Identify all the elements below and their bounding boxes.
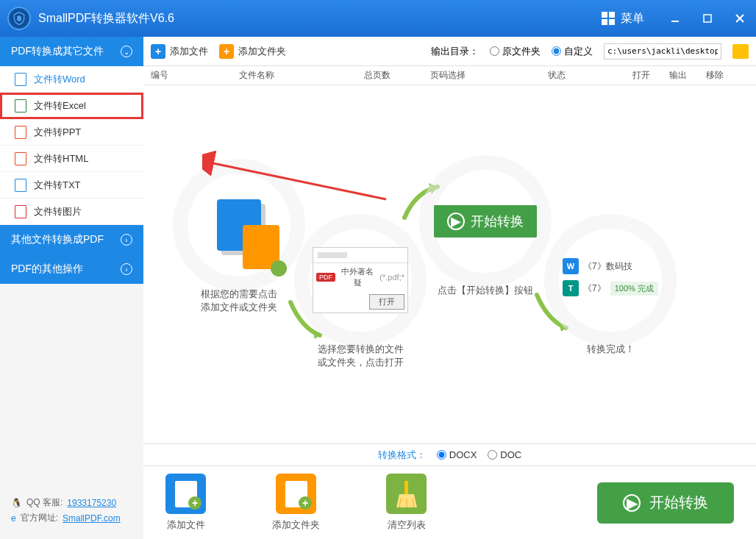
step-3-illustration: ▶开始转换 <box>434 170 537 273</box>
main-area: + 添加文件 + 添加文件夹 输出目录： 原文件夹 自定义 编号 文件名称 总页… <box>143 37 756 539</box>
menu-label: 菜单 <box>621 11 644 26</box>
add-folder-icon: + <box>276 474 316 514</box>
sidebar-item-txt[interactable]: 文件转TXT <box>0 172 143 199</box>
col-pages: 总页数 <box>364 69 430 82</box>
svg-rect-2 <box>704 15 711 22</box>
sidebar-item-label: 文件转HTML <box>34 152 88 165</box>
add-file-icon: + <box>165 474 206 514</box>
svg-line-5 <box>210 163 386 199</box>
step-1-caption: 根据您的需要点击 添加文件或文件夹 <box>188 288 290 314</box>
browse-folder-button[interactable] <box>732 44 749 59</box>
svg-rect-6 <box>404 481 408 494</box>
plus-file-icon: + <box>151 44 165 59</box>
dialog-open-button: 打开 <box>369 294 404 310</box>
bottom-clear-label: 清空列表 <box>388 518 426 532</box>
radio-docx[interactable]: DOCX <box>437 449 477 460</box>
file-ppt-icon <box>15 126 26 139</box>
sidebar-item-html[interactable]: 文件转HTML <box>0 146 143 172</box>
radio-original-folder[interactable]: 原文件夹 <box>490 45 541 58</box>
file-txt-icon <box>15 179 26 192</box>
format-bar: 转换格式： DOCX DOC <box>143 443 756 465</box>
add-folder-label: 添加文件夹 <box>238 45 286 58</box>
file-html-icon <box>15 152 26 165</box>
step-2: PDF中外著名疑(*.pdf;* 打开 选择您要转换的文件 或文件夹，点击打开 <box>309 229 412 369</box>
menu-grid-icon <box>602 12 615 25</box>
empty-state: 根据您的需要点击 添加文件或文件夹 PDF中外著名疑(*.pdf;* 打开 选择… <box>143 85 756 443</box>
file-image-icon <box>15 205 26 218</box>
bottom-add-file-button[interactable]: + 添加文件 <box>165 474 206 532</box>
output-dir-label: 输出目录： <box>431 45 479 58</box>
add-file-label: 添加文件 <box>170 45 208 58</box>
section-pdf-ops[interactable]: PDF的其他操作 › <box>0 254 143 284</box>
add-file-button[interactable]: + 添加文件 <box>151 44 208 59</box>
step-4: W《7》数码技 T《7》100% 完成 转换完成！ <box>559 229 662 356</box>
section-label: PDF转换成其它文件 <box>11 45 104 58</box>
sidebar-item-ppt[interactable]: 文件转PPT <box>0 119 143 146</box>
add-folder-button[interactable]: + 添加文件夹 <box>219 44 286 59</box>
step-2-caption: 选择您要转换的文件 或文件夹，点击打开 <box>309 343 412 369</box>
table-header: 编号 文件名称 总页数 页码选择 状态 打开 输出 移除 <box>143 66 756 85</box>
section-other-to-pdf[interactable]: 其他文件转换成PDF › <box>0 225 143 254</box>
app-logo-icon: S <box>7 7 31 30</box>
col-open: 打开 <box>632 69 669 82</box>
qq-label: QQ 客服: <box>26 496 63 509</box>
bottom-add-file-label: 添加文件 <box>167 518 205 532</box>
col-name: 文件名称 <box>239 69 364 82</box>
sidebar-item-label: 文件转Word <box>34 73 85 86</box>
toolbar: + 添加文件 + 添加文件夹 输出目录： 原文件夹 自定义 <box>143 37 756 66</box>
format-label: 转换格式： <box>378 449 426 462</box>
output-path-input[interactable] <box>604 43 721 60</box>
site-link[interactable]: SmallPDF.com <box>63 513 121 524</box>
bottom-add-folder-label: 添加文件夹 <box>272 518 320 532</box>
play-icon: ▶ <box>623 494 641 512</box>
broom-icon <box>386 474 427 514</box>
titlebar: S SmallPDF转换器软件V6.6 菜单 <box>0 0 756 37</box>
chevron-right-icon: › <box>121 234 132 246</box>
bottom-add-folder-button[interactable]: + 添加文件夹 <box>272 474 320 532</box>
col-no: 编号 <box>151 69 239 82</box>
col-remove: 移除 <box>706 69 735 82</box>
sidebar-item-image[interactable]: 文件转图片 <box>0 199 143 225</box>
start-convert-button[interactable]: ▶ 开始转换 <box>597 482 734 524</box>
bottom-clear-button[interactable]: 清空列表 <box>386 474 427 532</box>
sidebar: PDF转换成其它文件 ⌄ 文件转Word 文件转Excel 文件转PPT 文件转… <box>0 37 143 539</box>
step-2-illustration: PDF中外著名疑(*.pdf;* 打开 <box>309 229 412 332</box>
radio-doc[interactable]: DOC <box>488 449 521 460</box>
maximize-button[interactable] <box>699 10 716 27</box>
menu-button[interactable]: 菜单 <box>602 11 644 26</box>
file-word-icon <box>15 73 26 86</box>
svg-text:S: S <box>17 15 21 22</box>
step-3: ▶开始转换 点击【开始转换】按钮 <box>434 170 537 297</box>
qq-link[interactable]: 1933175230 <box>67 498 116 508</box>
minimize-button[interactable] <box>666 10 684 27</box>
sidebar-item-word[interactable]: 文件转Word <box>0 66 143 93</box>
file-excel-icon <box>15 99 26 113</box>
step-4-illustration: W《7》数码技 T《7》100% 完成 <box>559 229 662 332</box>
sidebar-item-label: 文件转图片 <box>34 205 82 218</box>
chevron-down-icon: ⌄ <box>121 46 132 57</box>
sidebar-item-label: 文件转Excel <box>34 99 86 113</box>
section-pdf-to-other[interactable]: PDF转换成其它文件 ⌄ <box>0 37 143 66</box>
chevron-right-icon: › <box>121 263 132 275</box>
radio-custom-folder[interactable]: 自定义 <box>552 45 593 58</box>
sidebar-item-label: 文件转PPT <box>34 126 81 139</box>
section-label: PDF的其他操作 <box>11 263 83 276</box>
sidebar-item-excel[interactable]: 文件转Excel <box>0 93 143 119</box>
section-label: 其他文件转换成PDF <box>11 233 104 246</box>
start-convert-label: 开始转换 <box>649 493 708 513</box>
step-4-caption: 转换完成！ <box>559 343 662 356</box>
close-button[interactable] <box>731 10 749 27</box>
plus-folder-icon: + <box>219 44 234 59</box>
sidebar-item-label: 文件转TXT <box>34 179 81 192</box>
step-3-caption: 点击【开始转换】按钮 <box>434 284 537 297</box>
bottom-bar: + 添加文件 + 添加文件夹 清空列表 ▶ 开始转换 <box>143 465 756 539</box>
site-label: 官方网址: <box>21 512 58 524</box>
col-output: 输出 <box>669 69 706 82</box>
app-title: SmallPDF转换器软件V6.6 <box>38 11 602 26</box>
ie-icon: e <box>11 513 16 524</box>
qq-icon: 🐧 <box>11 498 22 508</box>
col-range: 页码选择 <box>430 69 548 82</box>
callout-arrow-icon <box>202 148 393 207</box>
window-controls <box>666 10 749 27</box>
col-status: 状态 <box>548 69 632 82</box>
